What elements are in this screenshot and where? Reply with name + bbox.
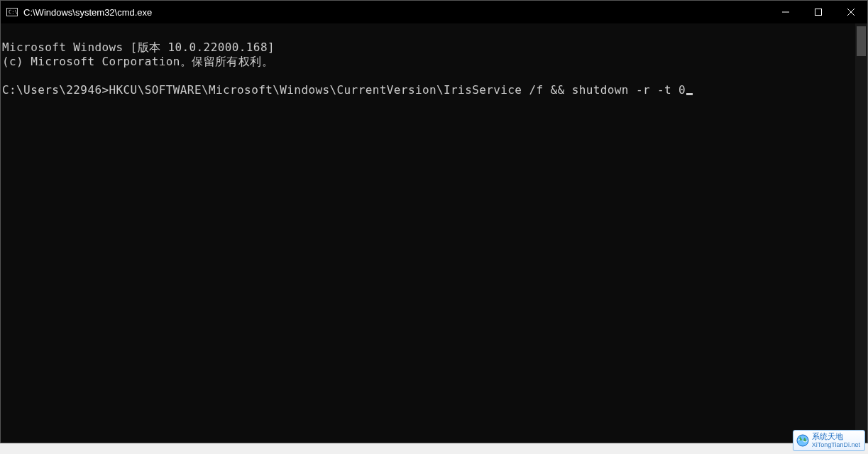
svg-text:C:\: C:\ <box>9 9 18 15</box>
watermark-badge: 系统天地 XiTongTianDi.net <box>793 430 865 451</box>
close-icon <box>847 9 855 16</box>
cmd-icon: C:\ <box>6 6 18 18</box>
minimize-icon <box>782 9 789 16</box>
maximize-button[interactable] <box>802 1 835 23</box>
watermark-secondary: XiTongTianDi.net <box>812 441 860 449</box>
terminal-area: Microsoft Windows [版本 10.0.22000.168] (c… <box>1 23 867 443</box>
terminal-output-line: Microsoft Windows [版本 10.0.22000.168] <box>2 40 275 54</box>
svg-rect-3 <box>815 9 822 16</box>
scrollbar-thumb[interactable] <box>857 26 866 56</box>
cursor <box>686 93 693 95</box>
minimize-button[interactable] <box>769 1 802 23</box>
terminal-output-line: (c) Microsoft Corporation。保留所有权利。 <box>2 55 273 68</box>
watermark-primary: 系统天地 <box>812 432 860 441</box>
vertical-scrollbar[interactable] <box>855 23 867 443</box>
terminal-prompt: C:\Users\22946> <box>2 83 109 97</box>
maximize-icon <box>815 9 822 16</box>
globe-icon <box>796 434 809 447</box>
close-button[interactable] <box>835 1 867 23</box>
titlebar[interactable]: C:\ C:\Windows\system32\cmd.exe <box>1 1 867 23</box>
terminal-command: HKCU\SOFTWARE\Microsoft\Windows\CurrentV… <box>109 83 686 97</box>
cmd-window: C:\ C:\Windows\system32\cmd.exe Microsof… <box>0 0 868 443</box>
terminal[interactable]: Microsoft Windows [版本 10.0.22000.168] (c… <box>1 23 855 443</box>
window-title: C:\Windows\system32\cmd.exe <box>23 7 152 18</box>
